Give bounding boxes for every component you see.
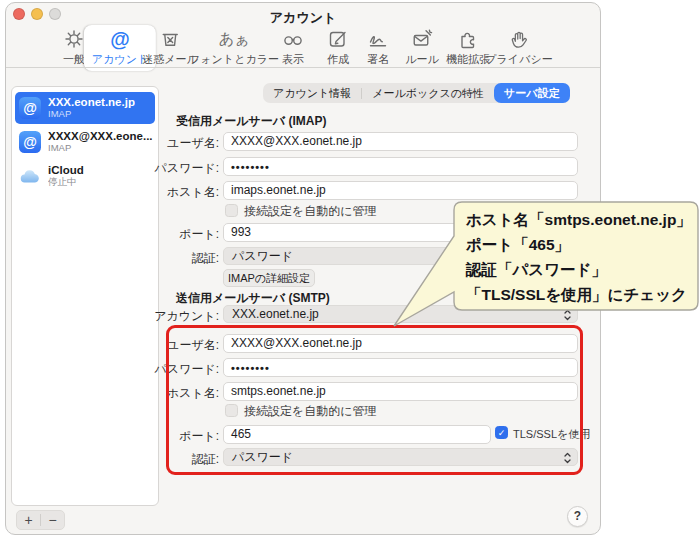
callout-line: 「TLS/SSLを使用」にチェック	[466, 282, 692, 307]
toolbar-label: プライバシー	[485, 52, 552, 67]
toolbar-item-fonts-colors[interactable]: あぁ フォントとカラー	[189, 28, 279, 67]
chevron-up-down-icon	[563, 451, 572, 469]
toolbar-label: フォントとカラー	[189, 52, 279, 67]
imap-host-field[interactable]: imaps.eonet.ne.jp	[223, 181, 578, 200]
imap-section-header: 受信用メールサーバ (IMAP)	[176, 113, 326, 130]
account-detail: IMAP	[48, 109, 135, 120]
junk-basket-icon	[159, 28, 181, 50]
mail-account-icon: @	[19, 131, 41, 153]
smtp-account-label: アカウント:	[66, 307, 219, 326]
imap-auto-manage-label: 接続設定を自動的に管理	[244, 204, 377, 218]
imap-auth-label: 認証:	[66, 249, 219, 268]
tab-mailbox-behaviors[interactable]: メールボックスの特性	[362, 83, 494, 103]
tab-bar: アカウント情報 メールボックスの特性 サーバ設定	[263, 83, 570, 103]
imap-advanced-settings-button[interactable]: IMAPの詳細設定	[223, 269, 315, 287]
smtp-tls-label: TLS/SSLを使用	[513, 427, 590, 441]
titlebar: アカウント	[6, 3, 600, 27]
smtp-tls-checkbox[interactable]: ✓	[495, 426, 508, 439]
imap-auto-manage-checkbox[interactable]	[225, 204, 238, 217]
smtp-port-label: ポート:	[66, 427, 219, 446]
add-remove-control: + −	[16, 510, 65, 530]
imap-host-label: ホスト名:	[66, 183, 219, 202]
hand-icon	[508, 28, 530, 50]
smtp-auth-dropdown[interactable]: パスワード	[223, 448, 578, 466]
imap-port-label: ポート:	[66, 225, 219, 244]
smtp-port-field[interactable]: 465	[223, 425, 491, 444]
smtp-host-field[interactable]: smtps.eonet.ne.jp	[223, 382, 578, 401]
smtp-auto-manage-checkbox[interactable]	[225, 404, 238, 417]
toolbar-item-signatures[interactable]: 署名	[367, 28, 389, 67]
icloud-icon	[19, 165, 41, 187]
fonts-icon: あぁ	[219, 28, 250, 50]
callout-line: ポート「465」	[466, 232, 692, 257]
toolbar-label: 署名	[367, 52, 389, 67]
puzzle-icon	[457, 28, 479, 50]
toolbar-item-composing[interactable]: 作成	[327, 28, 349, 67]
toolbar-label: 表示	[282, 52, 304, 67]
compose-icon	[327, 28, 349, 50]
imap-auth-value: パスワード	[232, 249, 293, 263]
toolbar-divider	[6, 67, 600, 68]
at-icon: @	[110, 28, 130, 50]
remove-account-button[interactable]: −	[41, 511, 64, 529]
smtp-auth-value: パスワード	[232, 450, 293, 464]
smtp-account-value: XXX.eonet.ne.jp	[232, 307, 319, 321]
smtp-username-field[interactable]: XXXX@XXX.eonet.ne.jp	[223, 334, 578, 353]
smtp-auth-label: 認証:	[66, 450, 219, 469]
signature-icon	[367, 28, 389, 50]
toolbar-item-extensions[interactable]: 機能拡張	[446, 28, 490, 67]
tab-server-settings[interactable]: サーバ設定	[494, 83, 570, 103]
toolbar-label: アカウント	[92, 52, 148, 67]
toolbar-item-viewing[interactable]: 表示	[282, 28, 304, 67]
toolbar-item-general[interactable]: 一般	[63, 28, 85, 67]
screenshot-root: アカウント 一般 @ アカウント 迷惑メール あ	[0, 0, 700, 543]
smtp-host-label: ホスト名:	[66, 384, 219, 403]
smtp-auto-manage-label: 接続設定を自動的に管理	[244, 404, 377, 418]
smtp-password-label: パスワード:	[66, 360, 219, 379]
help-button[interactable]: ?	[567, 506, 588, 527]
tab-account-info[interactable]: アカウント情報	[263, 83, 361, 103]
toolbar-label: 機能拡張	[446, 52, 490, 67]
toolbar-label: 作成	[327, 52, 349, 67]
add-account-button[interactable]: +	[17, 511, 40, 529]
toolbar-label: ルール	[405, 52, 439, 67]
imap-username-field[interactable]: XXXX@XXX.eonet.ne.jp	[223, 132, 578, 151]
smtp-username-label: ユーザ名:	[66, 336, 219, 355]
toolbar-item-rules[interactable]: ルール	[405, 28, 439, 67]
callout-line: ホスト名「smtps.eonet.ne.jp」	[466, 207, 692, 232]
toolbar-label: 一般	[63, 52, 85, 67]
glasses-icon	[282, 28, 304, 50]
imap-password-label: パスワード:	[66, 159, 219, 178]
imap-username-label: ユーザ名:	[66, 134, 219, 153]
toolbar-item-privacy[interactable]: プライバシー	[485, 28, 552, 67]
account-row-xxx-eonet[interactable]: @ XXX.eonet.ne.jp IMAP	[15, 92, 155, 124]
imap-password-field[interactable]: ••••••••	[223, 157, 578, 176]
mail-account-icon: @	[19, 97, 41, 119]
gear-icon	[63, 28, 85, 50]
callout-text: ホスト名「smtps.eonet.ne.jp」 ポート「465」 認証「パスワー…	[466, 207, 692, 307]
envelope-wand-icon	[411, 28, 433, 50]
smtp-password-field[interactable]: ••••••••	[223, 358, 578, 377]
callout-line: 認証「パスワード」	[466, 257, 692, 282]
